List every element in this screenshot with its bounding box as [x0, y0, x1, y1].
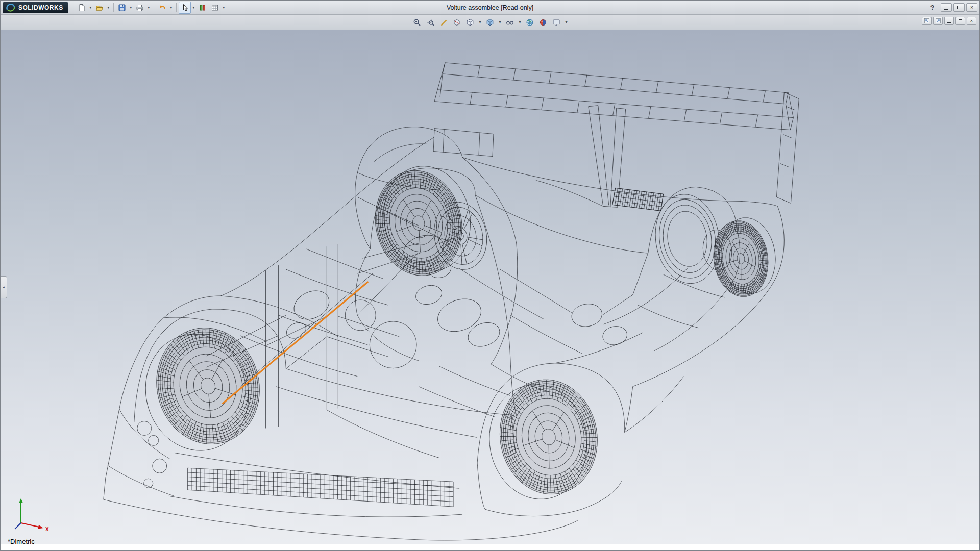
close-button[interactable]: ×: [966, 3, 977, 12]
previous-view-icon: [439, 18, 448, 27]
open-folder-icon: [95, 4, 104, 12]
view-orientation-label: *Dimetric: [8, 538, 35, 544]
brand-name: SOLIDWORKS: [18, 4, 63, 11]
hide-show-items-dropdown[interactable]: ▾: [517, 20, 523, 24]
document-title: Voiture assomblee [Read-only]: [447, 4, 533, 11]
section-view-button[interactable]: [451, 16, 463, 29]
display-style-dropdown[interactable]: ▾: [497, 20, 503, 24]
view-settings-dropdown[interactable]: ▾: [564, 20, 569, 24]
3ds-swirl-icon: [6, 3, 16, 12]
display-style-icon: [486, 18, 494, 27]
display-style-button[interactable]: [484, 16, 496, 29]
doc-restore-button[interactable]: [955, 17, 965, 25]
bottom-strip: [1, 544, 979, 550]
toolbar-separator: [154, 3, 154, 12]
apply-scene-globe-icon: [526, 18, 534, 27]
toolbar-separator: [176, 3, 177, 12]
minimize-icon: [944, 9, 948, 10]
view-orientation-button[interactable]: [464, 16, 476, 29]
pane-expand-left-button[interactable]: [922, 17, 932, 25]
hide-show-items-icon: [506, 18, 514, 27]
heads-up-toolbar: ▾ ▾ ▾ ▾: [411, 16, 569, 29]
view-orientation-icon: [466, 18, 474, 27]
selection-filter-button[interactable]: [197, 2, 209, 14]
maximize-icon: [957, 6, 961, 9]
select-dropdown[interactable]: ▾: [191, 5, 197, 10]
options-dropdown[interactable]: ▾: [221, 5, 227, 10]
zoom-to-fit-button[interactable]: [411, 16, 423, 29]
view-settings-button[interactable]: [550, 16, 562, 29]
doc-minimize-button[interactable]: [944, 17, 954, 25]
selection-filter-icon: [199, 4, 207, 12]
car-wireframe[interactable]: [1, 30, 979, 544]
save-dropdown[interactable]: ▾: [128, 5, 134, 10]
solidworks-window: SOLIDWORKS ▾ ▾ ▾ ▾ ▾: [0, 0, 980, 551]
maximize-button[interactable]: [953, 3, 965, 12]
main-toolbar: ▾ ▾ ▾ ▾ ▾ ▾: [76, 1, 227, 14]
open-button[interactable]: [93, 2, 106, 14]
view-settings-icon: [552, 18, 560, 27]
select-cursor-icon: [181, 4, 189, 12]
zoom-to-area-button[interactable]: [424, 16, 436, 29]
minimize-button[interactable]: [941, 3, 952, 12]
zoom-to-fit-icon: [413, 18, 421, 27]
view-toolbar-row: ▾ ▾ ▾ ▾: [1, 15, 979, 30]
new-document-dropdown[interactable]: ▾: [88, 5, 93, 10]
triad-x-arrow: [38, 525, 43, 529]
undo-icon: [158, 4, 166, 12]
options-sheet-button[interactable]: [209, 2, 221, 14]
open-dropdown[interactable]: ▾: [106, 5, 111, 10]
previous-view-button[interactable]: [437, 16, 450, 29]
undo-dropdown[interactable]: ▾: [168, 5, 174, 10]
triad-z-arrow: [15, 523, 21, 529]
solidworks-logo: SOLIDWORKS: [3, 2, 68, 13]
save-button[interactable]: [116, 2, 128, 14]
options-sheet-icon: [211, 4, 219, 12]
doc-close-button[interactable]: ×: [967, 17, 976, 25]
view-orientation-dropdown[interactable]: ▾: [477, 20, 483, 24]
document-window-controls: ×: [922, 17, 976, 25]
window-controls: ? ×: [930, 3, 977, 12]
select-button[interactable]: [179, 2, 191, 14]
orientation-triad: X: [10, 493, 56, 533]
print-icon: [136, 4, 144, 12]
edit-appearance-ball-icon: [539, 18, 547, 27]
apply-scene-button[interactable]: [524, 16, 536, 29]
new-document-icon: [78, 4, 86, 12]
undo-button[interactable]: [156, 2, 168, 14]
save-icon: [118, 4, 126, 12]
pane-expand-right-button[interactable]: [933, 17, 943, 25]
titlebar: SOLIDWORKS ▾ ▾ ▾ ▾ ▾: [1, 1, 979, 15]
pane-expand-right-icon: [935, 18, 941, 24]
section-view-icon: [453, 18, 461, 27]
print-button[interactable]: [134, 2, 146, 14]
triad-x-label: X: [45, 527, 49, 532]
help-button[interactable]: ?: [930, 4, 934, 11]
toolbar-separator: [113, 3, 114, 12]
hide-show-items-button[interactable]: [504, 16, 516, 29]
print-dropdown[interactable]: ▾: [146, 5, 152, 10]
triad-y-arrow: [19, 498, 23, 503]
doc-minimize-icon: [947, 22, 951, 23]
pane-expand-left-icon: [924, 18, 930, 24]
new-document-button[interactable]: [76, 2, 88, 14]
graphics-area[interactable]: ◂ X *Dimetric: [1, 30, 979, 544]
edit-appearance-button[interactable]: [537, 16, 549, 29]
doc-restore-icon: [959, 19, 962, 22]
zoom-to-area-icon: [426, 18, 434, 27]
featuremanager-collapse-tab[interactable]: ◂: [1, 276, 7, 298]
